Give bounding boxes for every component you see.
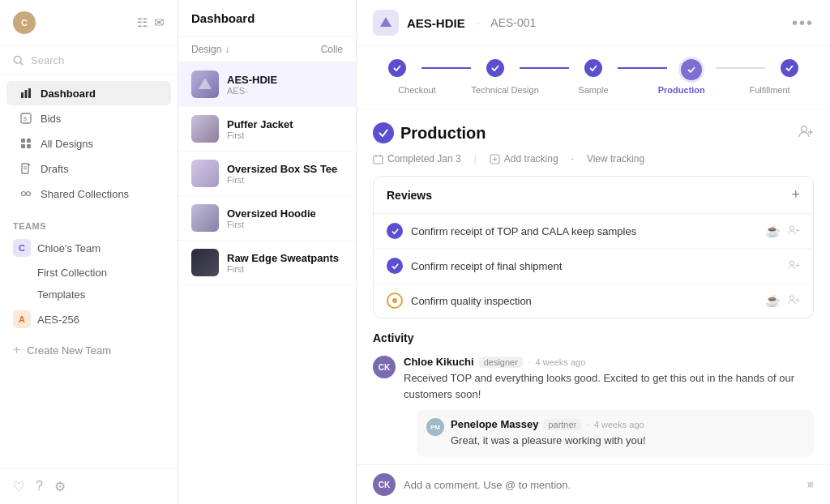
help-icon[interactable]: ? [36, 479, 43, 494]
step-circle-technical [486, 59, 504, 77]
review-text-1: Confirm receipt of TOP and CALA keep sam… [411, 225, 765, 237]
design-item-aes-hdie[interactable]: AES-HDIE AES- [178, 62, 356, 107]
sort-left[interactable]: Design ↓ [191, 44, 229, 55]
step-circle-production [681, 59, 702, 80]
team-label-aes: AES-256 [37, 314, 79, 326]
design-sub-aes: AES- [227, 86, 343, 96]
review-text-2: Confirm receipt of final shipment [411, 260, 787, 272]
svg-point-33 [392, 298, 397, 303]
notifications-icon[interactable]: ✉ [154, 15, 165, 30]
completed-date[interactable]: Completed Jan 3 [373, 153, 461, 164]
reply-time: 4 weeks ago [594, 420, 644, 429]
search-icon [13, 55, 24, 66]
header-id: AES-001 [490, 16, 536, 29]
step-production[interactable] [667, 59, 716, 80]
shared-collections-icon [19, 187, 32, 200]
step-label-production: Production [637, 83, 725, 96]
sort-direction-icon: ↓ [225, 44, 229, 55]
sidebar-icon-group: ☷ ✉ [137, 15, 165, 30]
reply-role-penelope: partner [543, 419, 581, 430]
more-options-icon[interactable]: ••• [792, 14, 814, 32]
add-tracking-button[interactable]: Add tracking [490, 153, 558, 164]
review-assign-icon-2[interactable] [787, 258, 800, 274]
add-review-button[interactable]: + [791, 186, 800, 203]
svg-rect-7 [21, 139, 25, 143]
step-label-checkout: Checkout [373, 83, 461, 96]
step-technical-design[interactable] [471, 59, 520, 77]
middle-panel-title: Dashboard [178, 0, 356, 37]
create-team-label: Create New Team [27, 344, 111, 357]
step-connector-3 [618, 67, 666, 69]
view-tracking-button[interactable]: View tracking [587, 153, 644, 164]
svg-point-34 [790, 296, 794, 300]
review-comment-icon-1[interactable]: ☕ [765, 224, 781, 239]
reviews-title: Reviews [387, 189, 432, 202]
main-content: AES-HDIE · AES-001 ••• [357, 0, 830, 504]
design-thumb-aes [191, 70, 219, 98]
reply-name-penelope: Penelope Massey [451, 418, 538, 430]
step-checkout[interactable] [373, 59, 421, 77]
settings-icon[interactable]: ⚙ [54, 479, 66, 494]
review-assign-icon-1[interactable] [787, 224, 800, 239]
step-connector-4 [716, 67, 764, 69]
view-tracking-text: View tracking [587, 153, 644, 164]
dashboard-icon [19, 87, 32, 100]
team-label-first: First Collection [13, 267, 107, 279]
files-icon[interactable]: ☷ [137, 15, 148, 30]
design-item-hoodie[interactable]: Oversized Hoodie First [178, 196, 356, 241]
design-thumb-hoodie [191, 204, 219, 232]
activity-reply-1: PM Penelope Massey partner · 4 weeks ago… [417, 410, 814, 457]
add-tracking-text: Add tracking [504, 153, 558, 164]
design-item-puffer[interactable]: Puffer Jacket First [178, 107, 356, 152]
svg-rect-4 [28, 88, 31, 98]
svg-point-14 [22, 192, 26, 196]
svg-rect-21 [374, 156, 383, 164]
sidebar-item-all-designs[interactable]: All Designs [6, 131, 171, 156]
team-item-aes256[interactable]: A AES-256 [0, 305, 178, 333]
svg-point-30 [790, 261, 794, 265]
sidebar-item-label-shared: Shared Collections [41, 188, 129, 200]
sidebar-item-dashboard[interactable]: Dashboard [6, 81, 171, 105]
content-area: Production Completed Jan 3 | Add trackin… [357, 109, 830, 464]
activity-title: Activity [373, 331, 814, 344]
step-circle-fulfillment [781, 59, 798, 77]
review-assign-icon-3[interactable] [787, 293, 800, 309]
activity-time-1: 4 weeks ago [536, 357, 586, 367]
team-item-first-collection[interactable]: First Collection [0, 262, 178, 284]
design-sub-box: First [227, 175, 343, 185]
main-header: AES-HDIE · AES-001 ••• [357, 0, 830, 46]
design-name-raw: Raw Edge Sweatpants [227, 252, 343, 264]
review-item-1: Confirm receipt of TOP and CALA keep sam… [374, 214, 813, 249]
all-designs-icon [19, 137, 32, 150]
drafts-icon [19, 162, 32, 175]
activity-name-chloe: Chloe Kikuchi [404, 356, 474, 368]
assign-user-icon[interactable] [798, 123, 814, 143]
review-check-2 [387, 258, 403, 274]
comment-input[interactable] [404, 479, 798, 491]
svg-line-1 [20, 62, 23, 65]
create-team-plus-icon: + [13, 343, 20, 357]
activity-section: Activity CK Chloe Kikuchi designer · 4 w… [373, 331, 814, 464]
attach-icon[interactable]: ⌖ [801, 476, 819, 493]
activity-body-1: Chloe Kikuchi designer · 4 weeks ago Rec… [404, 356, 814, 457]
design-item-raw-edge[interactable]: Raw Edge Sweatpants First [178, 241, 356, 285]
team-item-chloes[interactable]: C Chloe's Team [0, 234, 178, 262]
design-thumb-box [191, 160, 219, 187]
sidebar-item-shared-collections[interactable]: Shared Collections [6, 182, 171, 206]
design-sub-raw: First [227, 264, 343, 274]
search-bar[interactable]: Search [0, 46, 178, 75]
team-item-templates[interactable]: Templates [0, 284, 178, 305]
design-name-box: Oversized Box SS Tee [227, 163, 343, 175]
heart-icon[interactable]: ♡ [13, 479, 24, 494]
design-item-box-tee[interactable]: Oversized Box SS Tee First [178, 152, 356, 196]
design-list: AES-HDIE AES- Puffer Jacket First Oversi… [178, 62, 356, 504]
svg-point-18 [802, 126, 807, 131]
step-sample[interactable] [569, 59, 618, 77]
sidebar-item-drafts[interactable]: Drafts [6, 156, 171, 181]
step-fulfillment[interactable] [765, 59, 814, 77]
user-avatar[interactable]: C [13, 11, 36, 34]
header-dot: · [477, 17, 480, 29]
review-comment-icon-3[interactable]: ☕ [765, 293, 781, 309]
create-team-button[interactable]: + Create New Team [0, 336, 178, 364]
sidebar-item-bids[interactable]: $ Bids [6, 106, 171, 130]
